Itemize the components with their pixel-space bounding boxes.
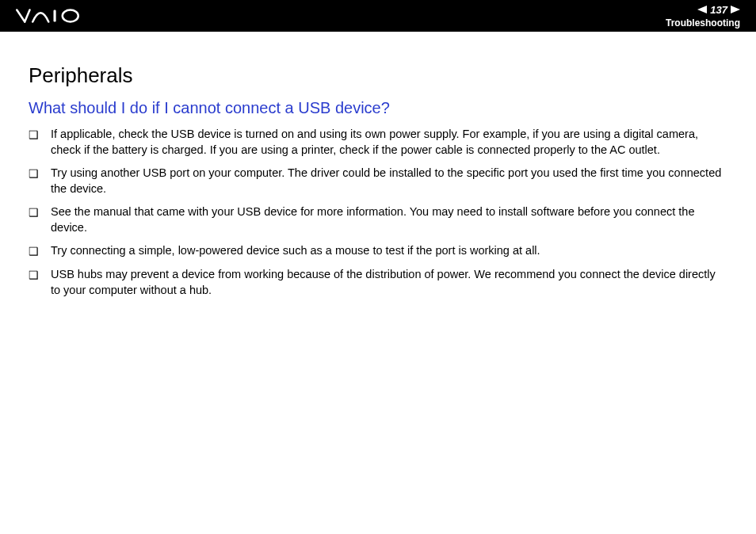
list-item: ❑ Try using another USB port on your com… (29, 166, 727, 196)
checkbox-bullet-icon: ❑ (29, 166, 51, 181)
page-content: Peripherals What should I do if I cannot… (0, 32, 756, 322)
list-item-text: Try using another USB port on your compu… (51, 166, 727, 196)
svg-point-1 (63, 10, 78, 22)
checkbox-bullet-icon: ❑ (29, 127, 51, 143)
list-item-text: See the manual that came with your USB d… (51, 204, 727, 235)
vaio-logo (16, 9, 95, 23)
section-title: Peripherals (29, 63, 727, 88)
faq-bullet-list: ❑ If applicable, check the USB device is… (29, 127, 727, 298)
list-item-text: Try connecting a simple, low-powered dev… (51, 243, 727, 259)
header-section-label: Troubleshooting (666, 17, 740, 29)
list-item-text: USB hubs may prevent a device from worki… (51, 267, 727, 298)
page-number: 137 (710, 4, 727, 16)
faq-question: What should I do if I cannot connect a U… (29, 99, 727, 117)
page-navigation: 137 (697, 4, 740, 16)
checkbox-bullet-icon: ❑ (29, 267, 51, 283)
header-right: 137 Troubleshooting (666, 4, 740, 29)
svg-rect-0 (54, 10, 56, 22)
svg-marker-2 (697, 6, 707, 13)
list-item: ❑ If applicable, check the USB device is… (29, 127, 727, 158)
checkbox-bullet-icon: ❑ (29, 243, 51, 259)
list-item: ❑ See the manual that came with your USB… (29, 204, 727, 235)
list-item-text: If applicable, check the USB device is t… (51, 127, 727, 158)
list-item: ❑ Try connecting a simple, low-powered d… (29, 243, 727, 259)
next-page-arrow-icon[interactable] (731, 6, 740, 13)
checkbox-bullet-icon: ❑ (29, 204, 51, 220)
page-header: 137 Troubleshooting (0, 0, 756, 32)
svg-marker-3 (731, 6, 740, 13)
list-item: ❑ USB hubs may prevent a device from wor… (29, 267, 727, 298)
prev-page-arrow-icon[interactable] (697, 6, 707, 13)
